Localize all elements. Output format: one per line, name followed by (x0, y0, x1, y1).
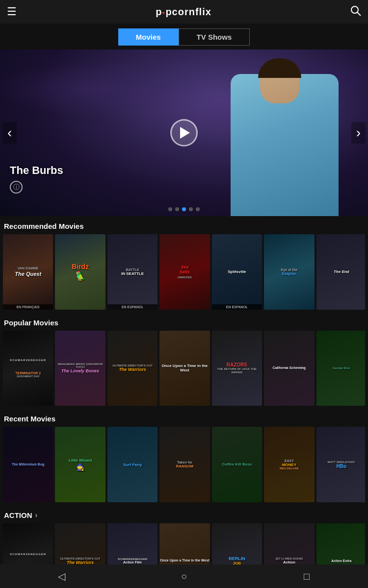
hero-next-button[interactable]: › (351, 122, 366, 144)
movie-card-sexsells[interactable]: SexSells UNRATED (159, 234, 210, 310)
bottom-navigation: ◁ ○ □ (0, 564, 368, 588)
movie-card-ransom[interactable]: Taken for RANSOM (159, 427, 210, 502)
hero-info-button[interactable]: ⓘ (10, 181, 23, 194)
hero-dots (168, 207, 200, 211)
recommended-title: Recommended Movies (3, 222, 365, 230)
hero-title: The Burbs (10, 164, 63, 177)
logo: p●pcornflix (156, 6, 211, 18)
movie-card-georgedrac[interactable]: George Drac (316, 331, 365, 406)
popular-title: Popular Movies (3, 318, 365, 327)
movie-card-onceupon[interactable]: Once Upon a Time in the West (159, 331, 210, 406)
hero-dot-3[interactable] (182, 207, 186, 211)
movie-card-splitsville[interactable]: Splitsville EN ESPANOL (212, 234, 262, 310)
popular-section: Popular Movies SCHWARZENEGGER TERMINATOR… (0, 313, 368, 409)
movie-card-quest[interactable]: VAN DAMME The Quest EN FRANÇAIS (3, 234, 53, 310)
splitsville-label: EN ESPANOL (212, 304, 262, 310)
hero-dot-1[interactable] (168, 207, 172, 211)
svg-line-1 (357, 12, 361, 16)
quest-label: EN FRANÇAIS (3, 304, 53, 310)
movie-card-endoffilm[interactable]: The End (316, 234, 365, 310)
hero-dot-5[interactable] (196, 207, 200, 211)
movie-card-coffee[interactable]: Coffee Kill Boss (212, 427, 262, 502)
movie-card-battle[interactable]: BATTLE IN SEATTLE EN ESPANOL (107, 234, 158, 310)
search-icon (350, 5, 361, 16)
tab-movies[interactable]: Movies (118, 28, 179, 46)
svg-point-0 (351, 6, 358, 13)
header: ☰ p●pcornflix (0, 0, 368, 24)
recent-title: Recent Movies (3, 415, 365, 423)
hero-banner: ‹ › The Burbs ⓘ (0, 49, 368, 216)
movie-card-terminator[interactable]: SCHWARZENEGGER TERMINATOR 2 JUDGMENT DAY (3, 331, 53, 406)
hero-figure (216, 54, 353, 216)
movie-card-easymoney[interactable]: EASY MONEY RED DELUXE (264, 427, 314, 502)
recommended-row: VAN DAMME The Quest EN FRANÇAIS Birdz 🦜 … (3, 234, 365, 310)
recommended-section: Recommended Movies VAN DAMME The Quest E… (0, 216, 368, 313)
hero-prev-button[interactable]: ‹ (2, 122, 17, 144)
hero-dot-2[interactable] (175, 207, 179, 211)
movie-card-lovelybones[interactable]: WAHLBERG WEISZ SARANDON TUCCI The Lovely… (55, 331, 105, 406)
movie-card-warriors2[interactable]: ULTIMATE DIRECTOR'S CUT The Warriors (107, 331, 158, 406)
movie-card-birdz[interactable]: Birdz 🦜 (55, 234, 105, 310)
movie-card-surfparty[interactable]: Surf Party (107, 427, 158, 502)
recents-button[interactable]: □ (297, 566, 316, 586)
back-button[interactable]: ◁ (52, 566, 71, 586)
movie-card-razors[interactable]: RAZORS THE RETURN OF JACK THE RIPPER (212, 331, 262, 406)
home-button[interactable]: ○ (174, 566, 194, 586)
popular-row: SCHWARZENEGGER TERMINATOR 2 JUDGMENT DAY… (3, 331, 365, 406)
movie-card-hbo[interactable]: MATT SINGLETARY HBo (316, 427, 365, 502)
movie-card-littlewizard[interactable]: Little Wizard 🧙 (55, 427, 105, 502)
recent-section: Recent Movies The Millennium Bug Little … (0, 409, 368, 505)
recent-row: The Millennium Bug Little Wizard 🧙 Surf … (3, 427, 365, 502)
search-button[interactable] (350, 5, 361, 19)
action-title[interactable]: ACTION › (3, 511, 365, 519)
hero-dot-4[interactable] (189, 207, 193, 211)
movie-card-dolphin[interactable]: Eye of the Dolphin (264, 234, 314, 310)
hero-play-button[interactable] (170, 119, 198, 147)
menu-button[interactable]: ☰ (7, 5, 17, 18)
movie-card-cali[interactable]: California Scheming (264, 331, 314, 406)
tabs-container: Movies TV Shows (0, 24, 368, 49)
battle-label: EN ESPANOL (107, 304, 158, 310)
tab-tvshows[interactable]: TV Shows (179, 28, 250, 46)
movie-card-millennium[interactable]: The Millennium Bug (3, 427, 53, 502)
action-arrow-icon: › (35, 511, 38, 519)
